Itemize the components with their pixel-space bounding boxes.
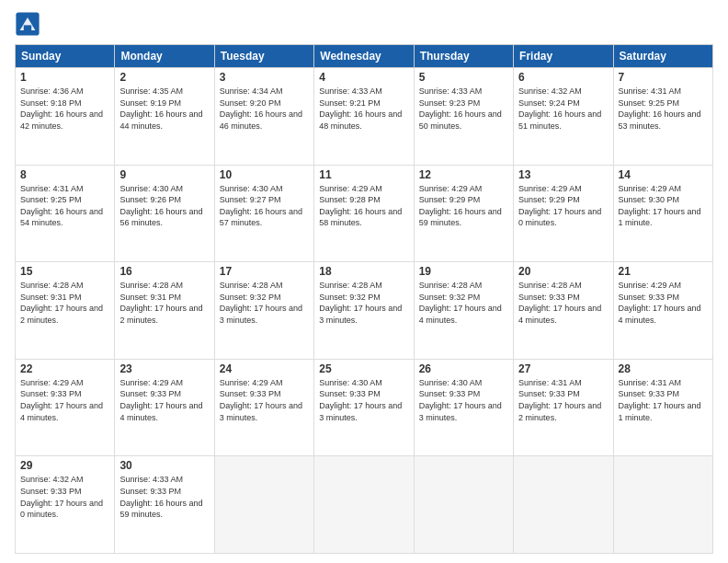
day-number: 12 [419,168,508,181]
day-number: 29 [20,459,109,472]
day-number: 26 [419,362,508,375]
calendar-day: 17Sunrise: 4:28 AMSunset: 9:32 PMDayligh… [214,262,313,360]
day-detail: Sunrise: 4:28 AMSunset: 9:31 PMDaylight:… [20,280,109,326]
calendar-day: 13Sunrise: 4:29 AMSunset: 9:29 PMDayligh… [514,165,613,262]
day-number: 19 [419,265,508,278]
day-detail: Sunrise: 4:29 AMSunset: 9:33 PMDaylight:… [220,377,309,423]
calendar-day: 4Sunrise: 4:33 AMSunset: 9:21 PMDaylight… [314,68,414,166]
col-sunday: Sunday [16,45,115,68]
day-detail: Sunrise: 4:33 AMSunset: 9:21 PMDaylight:… [319,86,408,132]
calendar-day: 9Sunrise: 4:30 AMSunset: 9:26 PMDaylight… [115,165,214,262]
day-detail: Sunrise: 4:31 AMSunset: 9:33 PMDaylight:… [518,377,608,423]
calendar-day [314,456,414,554]
day-detail: Sunrise: 4:31 AMSunset: 9:25 PMDaylight:… [619,86,708,132]
day-number: 7 [619,71,708,84]
day-number: 9 [119,168,209,181]
day-number: 27 [518,362,608,375]
col-monday: Monday [115,45,214,68]
calendar-day: 29Sunrise: 4:32 AMSunset: 9:33 PMDayligh… [16,456,115,554]
day-detail: Sunrise: 4:30 AMSunset: 9:27 PMDaylight:… [220,183,309,229]
calendar-day: 1Sunrise: 4:36 AMSunset: 9:18 PMDaylight… [16,68,115,166]
calendar-day: 10Sunrise: 4:30 AMSunset: 9:27 PMDayligh… [214,165,313,262]
calendar-day: 19Sunrise: 4:28 AMSunset: 9:32 PMDayligh… [414,262,513,360]
day-detail: Sunrise: 4:28 AMSunset: 9:32 PMDaylight:… [419,280,508,326]
calendar-week-2: 8Sunrise: 4:31 AMSunset: 9:25 PMDaylight… [16,165,713,262]
day-number: 20 [518,265,608,278]
calendar-week-4: 22Sunrise: 4:29 AMSunset: 9:33 PMDayligh… [16,359,713,456]
day-detail: Sunrise: 4:28 AMSunset: 9:31 PMDaylight:… [119,280,209,326]
calendar-day: 22Sunrise: 4:29 AMSunset: 9:33 PMDayligh… [16,359,115,456]
day-detail: Sunrise: 4:29 AMSunset: 9:33 PMDaylight:… [119,377,209,423]
day-detail: Sunrise: 4:29 AMSunset: 9:33 PMDaylight:… [619,280,708,326]
calendar-day: 18Sunrise: 4:28 AMSunset: 9:32 PMDayligh… [314,262,414,360]
day-number: 16 [119,265,209,278]
day-detail: Sunrise: 4:32 AMSunset: 9:24 PMDaylight:… [518,86,608,132]
calendar-week-3: 15Sunrise: 4:28 AMSunset: 9:31 PMDayligh… [16,262,713,360]
day-number: 13 [518,168,608,181]
day-detail: Sunrise: 4:32 AMSunset: 9:33 PMDaylight:… [20,474,109,520]
day-number: 6 [518,71,608,84]
day-number: 1 [20,71,109,84]
day-number: 18 [319,265,408,278]
calendar-day: 5Sunrise: 4:33 AMSunset: 9:23 PMDaylight… [414,68,513,166]
day-number: 3 [220,71,309,84]
day-detail: Sunrise: 4:35 AMSunset: 9:19 PMDaylight:… [119,86,209,132]
day-number: 24 [220,362,309,375]
calendar-day: 16Sunrise: 4:28 AMSunset: 9:31 PMDayligh… [115,262,214,360]
day-number: 5 [419,71,508,84]
day-detail: Sunrise: 4:31 AMSunset: 9:33 PMDaylight:… [619,377,708,423]
col-friday: Friday [514,45,613,68]
day-number: 17 [220,265,309,278]
day-number: 2 [119,71,209,84]
calendar-day: 24Sunrise: 4:29 AMSunset: 9:33 PMDayligh… [214,359,313,456]
page-header [15,11,713,37]
day-number: 10 [220,168,309,181]
col-saturday: Saturday [613,45,712,68]
calendar-week-1: 1Sunrise: 4:36 AMSunset: 9:18 PMDaylight… [16,68,713,166]
day-detail: Sunrise: 4:28 AMSunset: 9:32 PMDaylight:… [319,280,408,326]
day-number: 14 [619,168,708,181]
day-detail: Sunrise: 4:33 AMSunset: 9:33 PMDaylight:… [119,474,209,520]
day-detail: Sunrise: 4:36 AMSunset: 9:18 PMDaylight:… [20,86,109,132]
calendar-table: Sunday Monday Tuesday Wednesday Thursday… [15,44,713,554]
day-number: 15 [20,265,109,278]
day-number: 30 [119,459,209,472]
calendar-day: 27Sunrise: 4:31 AMSunset: 9:33 PMDayligh… [514,359,613,456]
calendar-day [214,456,313,554]
day-detail: Sunrise: 4:29 AMSunset: 9:29 PMDaylight:… [518,183,608,229]
calendar-day: 25Sunrise: 4:30 AMSunset: 9:33 PMDayligh… [314,359,414,456]
day-detail: Sunrise: 4:31 AMSunset: 9:25 PMDaylight:… [20,183,109,229]
calendar-day: 15Sunrise: 4:28 AMSunset: 9:31 PMDayligh… [16,262,115,360]
day-number: 8 [20,168,109,181]
calendar-day [414,456,513,554]
day-number: 23 [119,362,209,375]
calendar-day: 23Sunrise: 4:29 AMSunset: 9:33 PMDayligh… [115,359,214,456]
calendar-day: 26Sunrise: 4:30 AMSunset: 9:33 PMDayligh… [414,359,513,456]
day-detail: Sunrise: 4:29 AMSunset: 9:30 PMDaylight:… [619,183,708,229]
day-detail: Sunrise: 4:29 AMSunset: 9:29 PMDaylight:… [419,183,508,229]
day-number: 21 [619,265,708,278]
calendar-day [613,456,712,554]
col-wednesday: Wednesday [314,45,414,68]
day-detail: Sunrise: 4:30 AMSunset: 9:33 PMDaylight:… [419,377,508,423]
logo [15,11,44,37]
day-detail: Sunrise: 4:28 AMSunset: 9:33 PMDaylight:… [518,280,608,326]
day-detail: Sunrise: 4:28 AMSunset: 9:32 PMDaylight:… [220,280,309,326]
calendar-header-row: Sunday Monday Tuesday Wednesday Thursday… [16,45,713,68]
calendar-day: 21Sunrise: 4:29 AMSunset: 9:33 PMDayligh… [613,262,712,360]
day-detail: Sunrise: 4:30 AMSunset: 9:33 PMDaylight:… [319,377,408,423]
day-detail: Sunrise: 4:29 AMSunset: 9:28 PMDaylight:… [319,183,408,229]
day-number: 11 [319,168,408,181]
calendar-day: 3Sunrise: 4:34 AMSunset: 9:20 PMDaylight… [214,68,313,166]
calendar-day: 14Sunrise: 4:29 AMSunset: 9:30 PMDayligh… [613,165,712,262]
day-number: 28 [619,362,708,375]
svg-rect-2 [24,25,31,30]
day-number: 25 [319,362,408,375]
day-detail: Sunrise: 4:30 AMSunset: 9:26 PMDaylight:… [119,183,209,229]
calendar-day: 28Sunrise: 4:31 AMSunset: 9:33 PMDayligh… [613,359,712,456]
day-number: 22 [20,362,109,375]
calendar-day: 11Sunrise: 4:29 AMSunset: 9:28 PMDayligh… [314,165,414,262]
calendar-day: 6Sunrise: 4:32 AMSunset: 9:24 PMDaylight… [514,68,613,166]
col-tuesday: Tuesday [214,45,313,68]
day-detail: Sunrise: 4:29 AMSunset: 9:33 PMDaylight:… [20,377,109,423]
